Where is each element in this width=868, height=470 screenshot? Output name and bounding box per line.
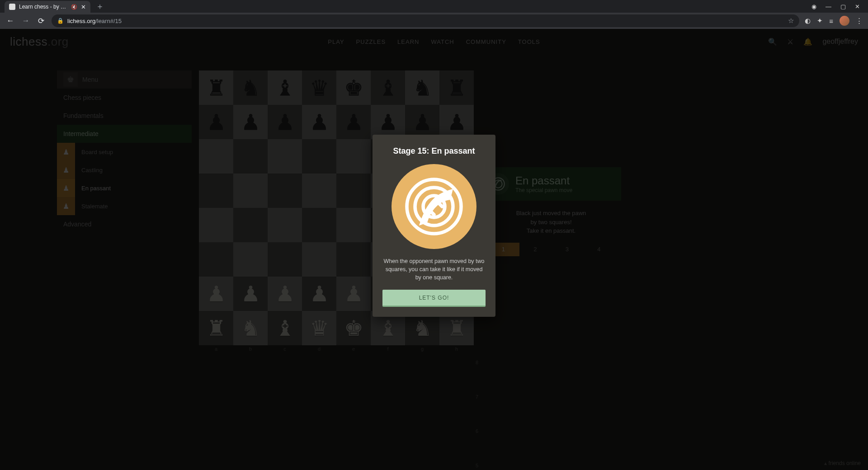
- profile-avatar[interactable]: [840, 16, 849, 26]
- extension-icons: ◐ ✦ ≡ ⋮: [805, 16, 863, 26]
- forward-button[interactable]: →: [21, 16, 31, 25]
- page-content: lichess.org PLAYPUZZLESLEARNWATCHCOMMUNI…: [0, 29, 868, 470]
- chromecast-icon[interactable]: ◉: [811, 3, 816, 10]
- reload-button[interactable]: ⟳: [36, 16, 46, 26]
- lets-go-button[interactable]: LET'S GO!: [382, 290, 486, 307]
- lock-icon: 🔒: [57, 18, 64, 24]
- favicon-icon: [9, 4, 15, 10]
- back-button[interactable]: ←: [5, 16, 15, 25]
- chrome-menu-icon[interactable]: ⋮: [856, 17, 863, 25]
- extension-icon[interactable]: ◐: [805, 17, 811, 25]
- address-bar[interactable]: 🔒 lichess.org/learn#/15 ☆: [52, 14, 799, 27]
- browser-toolbar: ← → ⟳ 🔒 lichess.org/learn#/15 ☆ ◐ ✦ ≡ ⋮: [0, 13, 868, 29]
- extensions-puzzle-icon[interactable]: ✦: [817, 17, 823, 25]
- tab-close-icon[interactable]: ✕: [81, 4, 86, 10]
- window-controls: ◉ — ▢ ✕: [811, 0, 868, 13]
- new-tab-button[interactable]: ＋: [96, 1, 104, 13]
- en-passant-large-icon: [392, 164, 476, 249]
- modal-title: Stage 15: En passant: [382, 146, 486, 156]
- browser-tab[interactable]: Learn chess - by playing! • lic 🔇 ✕: [5, 1, 90, 13]
- tab-title: Learn chess - by playing! • lic: [19, 4, 67, 10]
- bookmark-star-icon[interactable]: ☆: [788, 17, 794, 25]
- window-maximize-icon[interactable]: ▢: [840, 3, 846, 10]
- window-minimize-icon[interactable]: —: [826, 3, 831, 10]
- window-close-icon[interactable]: ✕: [855, 3, 860, 10]
- modal-body: When the opponent pawn moved by two squa…: [382, 257, 486, 282]
- tab-audio-icon[interactable]: 🔇: [71, 4, 77, 10]
- browser-tab-strip: Learn chess - by playing! • lic 🔇 ✕ ＋ ◉ …: [0, 0, 868, 13]
- stage-intro-modal: Stage 15: En passant When the opponent p…: [373, 135, 495, 317]
- reading-list-icon[interactable]: ≡: [829, 17, 833, 25]
- url-text: lichess.org/learn#/15: [67, 18, 122, 24]
